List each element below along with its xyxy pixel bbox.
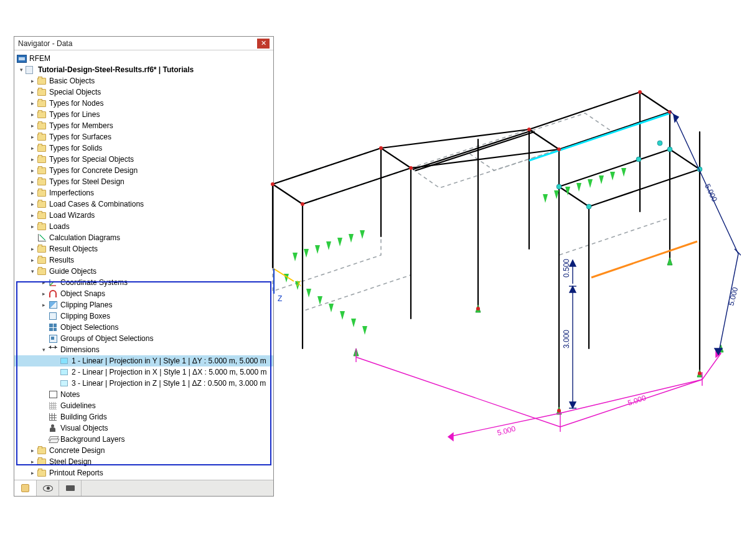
chart-icon [38,234,46,241]
row-imperfections[interactable]: ▸Imperfections [14,187,273,198]
chevron-right-icon[interactable]: ▸ [28,144,37,152]
row-dim-2[interactable]: 2 - Linear | Projection in X | Style 1 |… [14,366,273,378]
row-clipping-boxes[interactable]: Clipping Boxes [14,310,273,322]
svg-marker-53 [554,190,559,199]
model-viewport[interactable]: [] Z X [261,62,741,460]
svg-marker-7 [467,113,613,170]
row-types-steel[interactable]: ▸Types for Steel Design [14,176,273,187]
row-dimensions[interactable]: ▾Dimensions [14,344,273,355]
row-types-concrete[interactable]: ▸Types for Concrete Design [14,165,273,176]
row-basic-objects[interactable]: ▸Basic Objects [14,75,273,86]
row-printout-reports[interactable]: ▸Printout Reports [14,467,273,478]
chevron-right-icon[interactable]: ▸ [39,278,48,287]
chevron-right-icon[interactable]: ▸ [28,177,37,186]
chevron-right-icon[interactable]: ▸ [28,155,37,164]
svg-marker-93 [448,433,453,441]
svg-marker-102 [570,286,576,292]
row-dim-3[interactable]: 3 - Linear | Projection in Z | Style 1 |… [14,378,273,389]
chevron-right-icon[interactable]: ▸ [28,256,37,264]
camera-icon [66,485,75,491]
row-coordinate-systems[interactable]: ▸Coordinate Systems [14,277,273,288]
row-types-surfaces[interactable]: ▸Types for Surfaces [14,131,273,142]
row-groups-obj-sel[interactable]: Groups of Object Selections [14,333,273,344]
row-loads[interactable]: ▸Loads [14,221,273,232]
row-object-selections[interactable]: Object Selections [14,322,273,333]
chevron-right-icon[interactable]: ▸ [28,222,37,231]
chevron-right-icon[interactable]: ▸ [39,301,48,309]
chevron-right-icon[interactable]: ▸ [28,121,37,130]
chevron-right-icon[interactable]: ▸ [28,211,37,220]
svg-point-72 [638,90,642,94]
svg-point-78 [586,204,591,209]
row-building-grids[interactable]: Building Grids [14,411,273,422]
row-load-cases[interactable]: ▸Load Cases & Combinations [14,198,273,210]
svg-line-2 [50,281,54,286]
svg-line-11 [303,168,411,204]
row-concrete-design[interactable]: ▸Concrete Design [14,445,273,456]
row-visual-objects[interactable]: Visual Objects [14,422,273,434]
chevron-right-icon[interactable]: ▸ [28,446,37,455]
axis-x-label: X [296,279,301,288]
chevron-right-icon[interactable]: ▸ [28,133,37,141]
row-calc-diagrams[interactable]: Calculation Diagrams [14,232,273,243]
tab-data[interactable] [14,480,37,496]
row-steel-design[interactable]: ▸Steel Design [14,456,273,467]
row-guidelines[interactable]: Guidelines [14,400,273,411]
chevron-right-icon[interactable]: ▸ [28,77,37,85]
svg-line-31 [559,187,589,207]
chevron-right-icon[interactable]: ▸ [28,110,37,119]
folder-icon [37,89,46,96]
dim-x2-label: 5.000 [627,393,647,408]
row-types-solids[interactable]: ▸Types for Solids [14,142,273,154]
row-special-objects[interactable]: ▸Special Objects [14,86,273,98]
project-label: Tutorial-Design-Steel-Results.rf6* | Tut… [38,64,194,75]
tab-display[interactable] [37,480,59,496]
row-label: Types for Solids [49,142,102,154]
svg-line-17 [559,112,670,149]
tab-views[interactable] [59,480,82,496]
row-result-objects[interactable]: ▸Result Objects [14,243,273,254]
chevron-right-icon[interactable]: ▸ [28,189,37,197]
chevron-right-icon[interactable]: ▸ [28,99,37,108]
row-types-special[interactable]: ▸Types for Special Objects [14,154,273,165]
chevron-right-icon[interactable]: ▸ [28,200,37,208]
row-clipping-planes[interactable]: ▸Clipping Planes [14,299,273,310]
row-types-members[interactable]: ▸Types for Members [14,120,273,131]
svg-marker-3 [273,148,411,204]
chevron-right-icon[interactable]: ▸ [28,469,37,477]
row-label: Notes [60,389,80,400]
chevron-right-icon[interactable]: ▸ [28,457,37,466]
svg-point-70 [527,128,531,131]
row-notes[interactable]: Notes [14,389,273,400]
row-types-nodes[interactable]: ▸Types for Nodes [14,98,273,109]
svg-marker-5 [303,168,411,311]
axis-z-label: Z [278,294,282,303]
row-guide-objects[interactable]: ▾Guide Objects [14,266,273,277]
row-dim-1[interactable]: 1 - Linear | Projection in Y | Style 1 |… [14,355,273,366]
folder-icon [37,145,46,152]
chevron-right-icon[interactable]: ▸ [39,289,48,298]
folder-icon [37,167,46,174]
svg-marker-46 [306,289,311,297]
svg-point-81 [636,157,641,162]
chevron-down-icon[interactable]: ▾ [28,267,37,276]
row-results[interactable]: ▸Results [14,254,273,266]
row-load-wizards[interactable]: ▸Load Wizards [14,210,273,221]
row-background-layers[interactable]: Background Layers [14,434,273,445]
row-object-snaps[interactable]: ▸Object Snaps [14,288,273,299]
svg-line-33 [589,169,700,207]
chevron-right-icon[interactable]: ▸ [28,245,37,253]
svg-marker-103 [570,402,576,408]
row-types-lines[interactable]: ▸Types for Lines [14,109,273,120]
chevron-right-icon[interactable]: ▸ [28,166,37,175]
row-label: Groups of Object Selections [60,333,153,344]
app-root-row[interactable]: RFEM [14,53,273,64]
chevron-down-icon[interactable]: ▾ [39,345,48,354]
chevron-right-icon[interactable]: ▸ [28,88,37,96]
row-label: Coordinate Systems [60,277,128,288]
close-icon[interactable]: ✕ [257,39,270,49]
project-row[interactable]: ▾ Tutorial-Design-Steel-Results.rf6* | T… [14,64,273,75]
chevron-down-icon[interactable]: ▾ [17,65,26,74]
row-label: Dimensions [60,344,100,355]
app-icon [17,55,27,63]
